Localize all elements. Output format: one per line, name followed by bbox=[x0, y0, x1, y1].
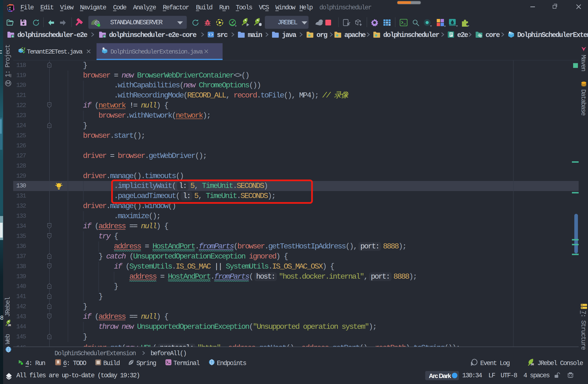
svg-text:IJ: IJ bbox=[9, 6, 11, 9]
svg-text:JR: JR bbox=[531, 363, 534, 366]
svg-text:JR: JR bbox=[8, 324, 11, 327]
